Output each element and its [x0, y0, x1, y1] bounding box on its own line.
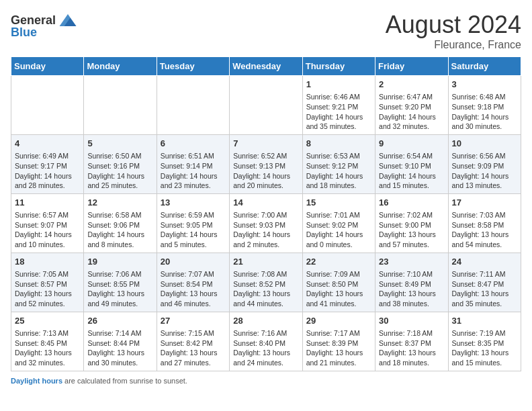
day-number: 8	[306, 138, 371, 150]
day-number: 30	[379, 315, 444, 327]
day-info: Sunrise: 7:13 AMSunset: 8:45 PMDaylight:…	[15, 328, 80, 368]
calendar-cell: 6Sunrise: 6:51 AMSunset: 9:14 PMDaylight…	[157, 134, 229, 193]
calendar-cell: 30Sunrise: 7:18 AMSunset: 8:37 PMDayligh…	[375, 312, 448, 371]
daylight-label: Daylight hours	[11, 377, 62, 385]
title-block: August 2024 Fleurance, France	[386, 11, 521, 51]
calendar-cell: 14Sunrise: 7:00 AMSunset: 9:03 PMDayligh…	[230, 193, 302, 253]
calendar-day-header: Tuesday	[157, 57, 229, 76]
calendar-cell: 16Sunrise: 7:02 AMSunset: 9:00 PMDayligh…	[375, 193, 448, 253]
day-info: Sunrise: 7:19 AMSunset: 8:35 PMDaylight:…	[452, 328, 517, 368]
day-info: Sunrise: 7:07 AMSunset: 8:54 PMDaylight:…	[161, 269, 226, 309]
day-info: Sunrise: 7:00 AMSunset: 9:03 PMDaylight:…	[233, 210, 298, 250]
calendar-cell	[11, 76, 84, 135]
logo-icon	[57, 11, 79, 30]
day-number: 10	[452, 138, 517, 150]
calendar-week-row: 25Sunrise: 7:13 AMSunset: 8:45 PMDayligh…	[11, 312, 521, 371]
calendar-cell: 1Sunrise: 6:46 AMSunset: 9:21 PMDaylight…	[302, 76, 375, 135]
calendar-cell: 19Sunrise: 7:06 AMSunset: 8:55 PMDayligh…	[84, 253, 157, 312]
calendar-day-header: Monday	[84, 57, 157, 76]
day-info: Sunrise: 6:50 AMSunset: 9:16 PMDaylight:…	[87, 151, 152, 191]
day-info: Sunrise: 7:11 AMSunset: 8:47 PMDaylight:…	[452, 269, 517, 309]
day-number: 9	[379, 138, 444, 150]
calendar-cell: 29Sunrise: 7:17 AMSunset: 8:39 PMDayligh…	[302, 312, 375, 371]
day-number: 16	[379, 197, 444, 209]
calendar-cell: 27Sunrise: 7:15 AMSunset: 8:42 PMDayligh…	[157, 312, 229, 371]
day-info: Sunrise: 6:54 AMSunset: 9:10 PMDaylight:…	[379, 151, 444, 191]
day-info: Sunrise: 7:06 AMSunset: 8:55 PMDaylight:…	[87, 269, 152, 309]
day-number: 13	[161, 197, 226, 209]
calendar-cell: 18Sunrise: 7:05 AMSunset: 8:57 PMDayligh…	[11, 253, 84, 312]
page-header: General Blue August 2024 Fleurance, Fran…	[11, 11, 521, 51]
day-info: Sunrise: 7:10 AMSunset: 8:49 PMDaylight:…	[379, 269, 444, 309]
calendar-cell: 28Sunrise: 7:16 AMSunset: 8:40 PMDayligh…	[230, 312, 302, 371]
logo: General Blue	[11, 11, 79, 40]
calendar-cell: 26Sunrise: 7:14 AMSunset: 8:44 PMDayligh…	[84, 312, 157, 371]
day-number: 31	[452, 315, 517, 327]
day-info: Sunrise: 7:15 AMSunset: 8:42 PMDaylight:…	[161, 328, 226, 368]
calendar-cell: 24Sunrise: 7:11 AMSunset: 8:47 PMDayligh…	[448, 253, 521, 312]
day-number: 7	[233, 138, 298, 150]
day-number: 28	[233, 315, 298, 327]
day-number: 25	[15, 315, 80, 327]
calendar-cell: 12Sunrise: 6:58 AMSunset: 9:06 PMDayligh…	[84, 193, 157, 253]
day-info: Sunrise: 7:09 AMSunset: 8:50 PMDaylight:…	[306, 269, 371, 309]
calendar-cell: 22Sunrise: 7:09 AMSunset: 8:50 PMDayligh…	[302, 253, 375, 312]
day-number: 27	[161, 315, 226, 327]
calendar-day-header: Sunday	[11, 57, 84, 76]
day-number: 18	[15, 256, 80, 268]
day-info: Sunrise: 6:59 AMSunset: 9:05 PMDaylight:…	[161, 210, 226, 250]
calendar-cell: 21Sunrise: 7:08 AMSunset: 8:52 PMDayligh…	[230, 253, 302, 312]
calendar-table: SundayMondayTuesdayWednesdayThursdayFrid…	[11, 56, 521, 371]
calendar-cell: 5Sunrise: 6:50 AMSunset: 9:16 PMDaylight…	[84, 134, 157, 193]
day-info: Sunrise: 6:58 AMSunset: 9:06 PMDaylight:…	[87, 210, 152, 250]
day-number: 20	[161, 256, 226, 268]
day-info: Sunrise: 7:01 AMSunset: 9:02 PMDaylight:…	[306, 210, 371, 250]
calendar-cell: 31Sunrise: 7:19 AMSunset: 8:35 PMDayligh…	[448, 312, 521, 371]
calendar-header-row: SundayMondayTuesdayWednesdayThursdayFrid…	[11, 57, 521, 76]
calendar-cell: 17Sunrise: 7:03 AMSunset: 8:58 PMDayligh…	[448, 193, 521, 253]
day-number: 4	[15, 138, 80, 150]
day-info: Sunrise: 7:16 AMSunset: 8:40 PMDaylight:…	[233, 328, 298, 368]
day-info: Sunrise: 6:57 AMSunset: 9:07 PMDaylight:…	[15, 210, 80, 250]
day-info: Sunrise: 6:53 AMSunset: 9:12 PMDaylight:…	[306, 151, 371, 191]
day-number: 19	[87, 256, 152, 268]
day-number: 3	[452, 79, 517, 91]
calendar-cell	[84, 76, 157, 135]
day-number: 15	[306, 197, 371, 209]
calendar-cell: 3Sunrise: 6:48 AMSunset: 9:18 PMDaylight…	[448, 76, 521, 135]
calendar-week-row: 18Sunrise: 7:05 AMSunset: 8:57 PMDayligh…	[11, 253, 521, 312]
day-info: Sunrise: 7:08 AMSunset: 8:52 PMDaylight:…	[233, 269, 298, 309]
calendar-cell: 4Sunrise: 6:49 AMSunset: 9:17 PMDaylight…	[11, 134, 84, 193]
calendar-cell: 11Sunrise: 6:57 AMSunset: 9:07 PMDayligh…	[11, 193, 84, 253]
day-info: Sunrise: 7:17 AMSunset: 8:39 PMDaylight:…	[306, 328, 371, 368]
location: Fleurance, France	[386, 39, 521, 51]
month-year: August 2024	[386, 11, 521, 39]
calendar-day-header: Wednesday	[230, 57, 302, 76]
calendar-cell: 8Sunrise: 6:53 AMSunset: 9:12 PMDaylight…	[302, 134, 375, 193]
footer-text: are calculated from sunrise to sunset.	[62, 377, 187, 385]
day-number: 24	[452, 256, 517, 268]
calendar-cell: 13Sunrise: 6:59 AMSunset: 9:05 PMDayligh…	[157, 193, 229, 253]
calendar-cell: 7Sunrise: 6:52 AMSunset: 9:13 PMDaylight…	[230, 134, 302, 193]
day-number: 29	[306, 315, 371, 327]
day-info: Sunrise: 7:02 AMSunset: 9:00 PMDaylight:…	[379, 210, 444, 250]
calendar-cell: 23Sunrise: 7:10 AMSunset: 8:49 PMDayligh…	[375, 253, 448, 312]
day-number: 11	[15, 197, 80, 209]
day-number: 17	[452, 197, 517, 209]
day-info: Sunrise: 7:03 AMSunset: 8:58 PMDaylight:…	[452, 210, 517, 250]
calendar-cell	[230, 76, 302, 135]
day-info: Sunrise: 6:47 AMSunset: 9:20 PMDaylight:…	[379, 92, 444, 132]
calendar-week-row: 1Sunrise: 6:46 AMSunset: 9:21 PMDaylight…	[11, 76, 521, 135]
day-info: Sunrise: 6:49 AMSunset: 9:17 PMDaylight:…	[15, 151, 80, 191]
calendar-cell: 25Sunrise: 7:13 AMSunset: 8:45 PMDayligh…	[11, 312, 84, 371]
day-number: 12	[87, 197, 152, 209]
calendar-cell	[157, 76, 229, 135]
day-number: 26	[87, 315, 152, 327]
calendar-week-row: 11Sunrise: 6:57 AMSunset: 9:07 PMDayligh…	[11, 193, 521, 253]
day-number: 5	[87, 138, 152, 150]
day-number: 14	[233, 197, 298, 209]
day-number: 21	[233, 256, 298, 268]
calendar-cell: 20Sunrise: 7:07 AMSunset: 8:54 PMDayligh…	[157, 253, 229, 312]
footer: Daylight hours are calculated from sunri…	[11, 377, 521, 385]
calendar-day-header: Thursday	[302, 57, 375, 76]
